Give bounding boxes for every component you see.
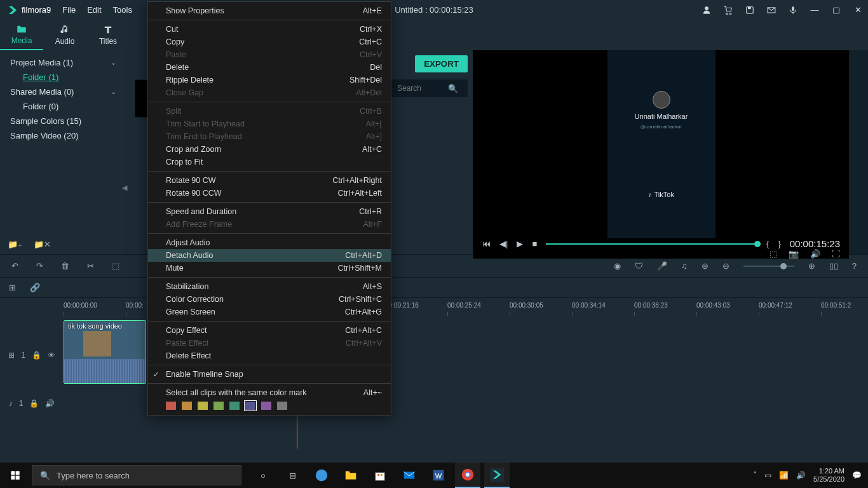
zoom-in-icon[interactable]: ⊕ — [808, 261, 815, 271]
fullscreen-icon[interactable]: ⛶ — [832, 249, 840, 259]
explorer-icon[interactable] — [338, 463, 363, 488]
mail-icon[interactable] — [397, 463, 422, 488]
save-icon[interactable] — [745, 5, 755, 15]
cart-icon[interactable] — [723, 5, 733, 15]
ctx-delete[interactable]: DeleteDel — [148, 61, 391, 74]
record-vo-icon[interactable]: 🎤 — [657, 261, 667, 271]
wifi-icon[interactable]: 📶 — [779, 471, 789, 480]
ctx-stabilization[interactable]: StabilizationAlt+S — [148, 280, 391, 293]
ctx-ripple-delete[interactable]: Ripple DeleteShift+Del — [148, 74, 391, 86]
volume-icon[interactable]: 🔊 — [810, 249, 820, 259]
ctx-cut[interactable]: CutCtrl+X — [148, 23, 391, 36]
menu-edit[interactable]: Edit — [87, 5, 101, 15]
mark-in-icon[interactable]: { — [766, 239, 769, 248]
video-clip[interactable]: tik tok song video — [64, 320, 146, 384]
color-swatch[interactable] — [245, 402, 255, 410]
filmora-icon[interactable] — [484, 463, 510, 488]
stop-icon[interactable]: ■ — [532, 239, 537, 248]
ctx-green-screen[interactable]: Green ScreenCtrl+Alt+G — [148, 306, 391, 318]
delete-folder-icon[interactable]: 📁✕ — [34, 240, 51, 249]
ctx-speed-and-duration[interactable]: Speed and DurationCtrl+R — [148, 205, 391, 218]
tray-chevron-icon[interactable]: ˄ — [753, 471, 757, 480]
account-icon[interactable] — [702, 5, 712, 15]
menu-file[interactable]: File — [62, 5, 76, 15]
color-swatch[interactable] — [214, 402, 224, 410]
redo-icon[interactable]: ↷ — [36, 261, 43, 271]
start-button[interactable] — [0, 463, 31, 488]
quality-icon[interactable]: ⬚ — [770, 249, 777, 259]
color-swatch[interactable] — [166, 402, 176, 410]
ctx-copy[interactable]: CopyCtrl+C — [148, 36, 391, 48]
search-box[interactable]: 🔍 — [391, 79, 468, 97]
snapshot-icon[interactable]: 📷 — [789, 249, 799, 259]
split-icon[interactable]: ✂ — [87, 261, 94, 271]
color-swatch[interactable] — [261, 402, 271, 410]
new-folder-icon[interactable]: 📁₊ — [8, 240, 22, 249]
ctx-delete-effect[interactable]: Delete Effect — [148, 349, 391, 362]
lock-icon[interactable]: 🔒 — [29, 399, 39, 408]
sidebar-item[interactable]: Sample Video (20) — [0, 128, 126, 143]
ctx-crop-to-fit[interactable]: Crop to Fit — [148, 156, 391, 168]
color-swatch[interactable] — [182, 402, 192, 410]
ctx-select-all-clips-with-the-same-color-mark[interactable]: Select all clips with the same color mar… — [148, 386, 391, 399]
undo-icon[interactable]: ↶ — [11, 261, 18, 271]
ctx-mute[interactable]: MuteCtrl+Shift+M — [148, 262, 391, 274]
menu-tools[interactable]: Tools — [113, 5, 132, 15]
taskview-icon[interactable]: ⊟ — [280, 463, 305, 488]
ctx-detach-audio[interactable]: Detach AudioCtrl+Alt+D — [148, 249, 391, 262]
mail-icon[interactable] — [766, 5, 776, 15]
tab-media[interactable]: Media — [0, 20, 43, 50]
sidebar-item[interactable]: Folder (1) — [0, 70, 126, 85]
close-icon[interactable]: ✕ — [853, 5, 863, 15]
mixer-icon[interactable]: ♫ — [681, 261, 688, 271]
tab-titles[interactable]: Titles — [86, 20, 130, 50]
crop-icon[interactable]: ⬚ — [112, 261, 119, 271]
timeline-ruler[interactable]: 00:00:00:0000:00:00:00:21:1600:00:25:240… — [0, 297, 868, 320]
ctx-rotate-90-ccw[interactable]: Rotate 90 CCWCtrl+Alt+Left — [148, 187, 391, 200]
color-swatch[interactable] — [229, 402, 240, 410]
play-icon[interactable]: ▶ — [517, 239, 523, 248]
eye-icon[interactable]: 👁 — [48, 351, 55, 360]
sidebar-item[interactable]: Project Media (1)⌄ — [0, 55, 126, 70]
zoom-slider[interactable] — [743, 266, 794, 267]
export-button[interactable]: EXPORT — [415, 55, 468, 72]
tray-volume-icon[interactable]: 🔊 — [796, 471, 806, 480]
ctx-enable-timeline-snap[interactable]: Enable Timeline Snap — [148, 368, 391, 381]
lock-icon[interactable]: 🔒 — [32, 351, 41, 360]
search-input[interactable] — [397, 84, 448, 93]
delete-icon[interactable]: 🗑 — [61, 261, 69, 271]
mark-out-icon[interactable]: } — [778, 239, 780, 248]
add-marker-icon[interactable]: ⊕ — [702, 261, 709, 271]
ctx-rotate-90-cw[interactable]: Rotate 90 CWCtrl+Alt+Right — [148, 174, 391, 187]
help-icon[interactable]: ? — [852, 261, 857, 271]
zoom-out-icon[interactable]: ⊖ — [722, 261, 729, 271]
step-back-icon[interactable]: ◀| — [499, 239, 508, 248]
ctx-color-correction[interactable]: Color CorrectionCtrl+Shift+C — [148, 293, 391, 306]
edge-icon[interactable] — [309, 463, 334, 488]
preview-scrubber[interactable] — [546, 243, 757, 245]
render-icon[interactable]: ◉ — [614, 261, 621, 271]
fit-icon[interactable]: ▯▯ — [829, 261, 838, 271]
marker-icon[interactable]: 🛡 — [635, 261, 643, 271]
track-manage-icon[interactable]: ⊞ — [9, 283, 16, 292]
prev-frame-icon[interactable]: ⏮ — [482, 239, 491, 248]
taskbar-search[interactable]: 🔍 Type here to search — [32, 465, 241, 485]
ctx-adjust-audio[interactable]: Adjust Audio — [148, 236, 391, 249]
sidebar-item[interactable]: Shared Media (0)⌄ — [0, 85, 126, 99]
minimize-icon[interactable]: — — [810, 5, 820, 15]
color-swatch[interactable] — [277, 402, 287, 410]
chrome-icon[interactable] — [455, 463, 480, 488]
store-icon[interactable] — [367, 463, 393, 488]
speaker-icon[interactable]: 🔊 — [45, 399, 55, 408]
collapse-icon[interactable]: ◀ — [122, 184, 127, 192]
mic-icon[interactable] — [788, 5, 798, 15]
link-icon[interactable]: 🔗 — [30, 283, 40, 292]
clock[interactable]: 1:20 AM5/25/2020 — [813, 467, 844, 484]
ctx-crop-and-zoom[interactable]: Crop and ZoomAlt+C — [148, 143, 391, 156]
tab-audio[interactable]: Audio — [43, 20, 86, 50]
sidebar-item[interactable]: Folder (0) — [0, 99, 126, 114]
maximize-icon[interactable]: ▢ — [831, 5, 841, 15]
ctx-copy-effect[interactable]: Copy EffectCtrl+Alt+C — [148, 324, 391, 337]
word-icon[interactable]: W — [426, 463, 451, 488]
search-icon[interactable]: 🔍 — [448, 84, 458, 93]
